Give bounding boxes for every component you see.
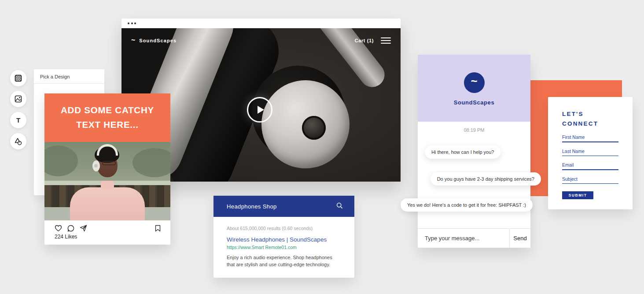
search-results-card: Headphones Shop About 615,000,000 result… — [213, 196, 354, 278]
chat-timestamp: 08:19 PM — [418, 127, 530, 133]
toolbar-shapes-button[interactable] — [10, 133, 26, 149]
submit-button[interactable]: SUBMIT — [562, 191, 593, 199]
form-heading-line1: LET'S — [562, 109, 618, 119]
search-stats: About 615,000,000 results (0.60 seconds) — [227, 226, 341, 231]
contact-form-card: LET'S CONNECT First Name Last Name Email… — [548, 97, 633, 209]
input-underline — [562, 169, 618, 170]
email-field[interactable]: Email — [562, 162, 618, 170]
form-heading-line2: CONNECT — [562, 119, 618, 129]
site-logo[interactable]: ~ SoundScapes — [131, 37, 177, 45]
play-icon — [258, 106, 264, 114]
email-label: Email — [562, 162, 618, 167]
input-underline — [562, 156, 618, 156]
first-name-label: First Name — [562, 134, 618, 140]
cart-link[interactable]: Cart (1) — [355, 38, 374, 43]
tilde-logo-icon: ~ — [471, 74, 477, 88]
divider — [34, 83, 104, 84]
pattern-swatch-icon — [15, 74, 22, 82]
form-heading: LET'S CONNECT — [562, 109, 618, 128]
tilde-logo-icon: ~ — [131, 36, 135, 44]
person-glasses — [102, 161, 116, 165]
site-navbar: ~ SoundScapes Cart (1) — [121, 28, 401, 53]
site-brand-name: SoundScapes — [139, 38, 177, 43]
chat-header: ~ SoundScapes — [418, 55, 530, 122]
chat-message-input[interactable] — [418, 229, 509, 248]
magnifier-icon[interactable] — [336, 202, 343, 210]
chat-message-agent: Yes we do! Here's a code to get it for f… — [401, 198, 533, 212]
shapes-icon — [14, 138, 22, 145]
person-torso — [70, 187, 145, 220]
last-name-field[interactable]: Last Name — [562, 149, 618, 156]
social-post-headline: ADD SOME CATCHY TEXT HERE... — [44, 93, 170, 142]
input-underline — [562, 183, 618, 184]
toolbar-pattern-button[interactable] — [10, 70, 26, 86]
bookmark-icon[interactable] — [155, 225, 161, 232]
chat-input-row: Send — [418, 228, 530, 248]
social-post-footer: 224 Likes — [44, 220, 170, 240]
heart-icon[interactable] — [55, 225, 62, 232]
social-post-card: ADD SOME CATCHY TEXT HERE... — [44, 93, 170, 245]
share-icon[interactable] — [80, 225, 87, 232]
search-result-description: Enjoy a rich audio experience. Shop head… — [227, 254, 333, 268]
first-name-field[interactable]: First Name — [562, 134, 618, 142]
last-name-label: Last Name — [562, 149, 618, 154]
subject-field[interactable]: Subject — [562, 176, 618, 184]
play-button[interactable] — [247, 97, 272, 123]
chat-widget: ~ SoundScapes 08:19 PM Hi there, how can… — [418, 55, 530, 248]
chat-message-visitor: Do you guys have 2-3 day shipping servic… — [431, 172, 541, 186]
text-tool-icon: T — [16, 116, 20, 124]
search-result-url[interactable]: https://www.Smart Remote01.com — [227, 245, 341, 250]
toolbar-image-button[interactable] — [10, 91, 26, 107]
toolbar-text-button[interactable]: T — [10, 112, 26, 128]
search-query: Headphones Shop — [227, 203, 277, 210]
ellipsis-dots-icon — [128, 22, 138, 24]
right-headphone-hub — [302, 116, 326, 140]
input-underline — [562, 141, 618, 142]
search-header: Headphones Shop — [213, 196, 354, 217]
image-icon — [15, 95, 22, 103]
subject-label: Subject — [562, 176, 618, 182]
chat-brand-logo: ~ — [464, 72, 485, 93]
headphone-earcup — [92, 160, 100, 171]
window-title-bar — [121, 19, 401, 28]
chat-message-agent: Hi there, how can I help you? — [425, 145, 500, 159]
comment-icon[interactable] — [67, 225, 74, 232]
design-picker-title: Pick a Design — [34, 69, 104, 83]
social-post-photo — [44, 142, 170, 220]
search-result-title[interactable]: Wireless Headphones | SoundScapes — [227, 236, 341, 243]
send-button[interactable]: Send — [509, 229, 530, 248]
hamburger-icon[interactable] — [381, 36, 391, 45]
chat-brand-name: SoundScapes — [454, 99, 495, 106]
likes-count: 224 Likes — [55, 234, 161, 240]
